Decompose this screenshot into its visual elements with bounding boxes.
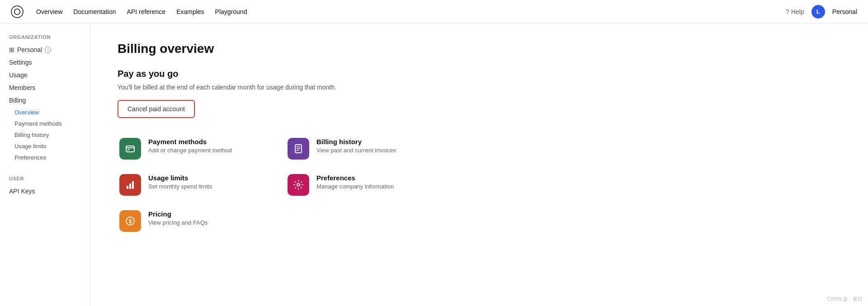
billing-history-icon	[288, 138, 309, 160]
pricing-desc: View pricing and FAQs	[148, 219, 208, 226]
help-circle-icon: ?	[786, 8, 789, 15]
cancel-paid-account-button[interactable]: Cancel paid account	[118, 100, 195, 118]
top-nav: Overview Documentation API reference Exa…	[0, 0, 868, 24]
user-section-label: USER	[0, 176, 90, 181]
members-label: Members	[9, 84, 35, 91]
payment-methods-icon	[119, 138, 141, 160]
user-name[interactable]: Personal	[832, 8, 857, 15]
svg-text:$: $	[129, 218, 132, 225]
card-billing-history[interactable]: Billing history View past and current in…	[286, 136, 443, 161]
sidebar-item-api-keys[interactable]: API Keys	[0, 185, 90, 198]
main-content: Billing overview Pay as you go You'll be…	[90, 24, 524, 306]
svg-rect-5	[129, 184, 131, 189]
pricing-icon: $	[119, 210, 141, 232]
payment-methods-text: Payment methods Add or change payment me…	[148, 138, 232, 154]
info-icon: i	[45, 47, 51, 53]
org-name-label: Personal	[17, 46, 42, 53]
preferences-icon	[288, 174, 309, 196]
nav-link-examples[interactable]: Examples	[176, 6, 204, 17]
settings-label: Settings	[9, 59, 32, 66]
sidebar-item-settings[interactable]: Settings	[0, 56, 90, 69]
top-nav-right: ? Help L Personal	[786, 5, 857, 19]
sidebar-subitem-usage-limits[interactable]: Usage limits	[0, 141, 90, 152]
billing-history-title: Billing history	[316, 138, 396, 146]
svg-rect-4	[127, 186, 128, 189]
pricing-title: Pricing	[148, 210, 208, 218]
preferences-title: Preferences	[316, 174, 394, 182]
payment-methods-desc: Add or change payment method	[148, 147, 232, 154]
top-nav-links: Overview Documentation API reference Exa…	[36, 6, 247, 17]
usage-label: Usage	[9, 71, 27, 79]
svg-point-0	[11, 6, 23, 18]
page-title: Billing overview	[118, 42, 497, 56]
watermark: CSDN @、夏目	[827, 296, 863, 302]
openai-logo	[11, 5, 24, 18]
usage-limits-desc: Set monthly spend limits	[148, 183, 212, 190]
sidebar-subitem-overview[interactable]: Overview	[0, 107, 90, 118]
help-button[interactable]: ? Help	[786, 8, 804, 15]
svg-rect-2	[127, 149, 130, 150]
usage-limits-title: Usage limits	[148, 174, 212, 182]
cards-grid: Payment methods Add or change payment me…	[118, 136, 443, 234]
card-usage-limits[interactable]: Usage limits Set monthly spend limits	[118, 172, 275, 198]
usage-limits-icon	[119, 174, 141, 196]
help-label: Help	[791, 8, 804, 15]
payment-methods-title: Payment methods	[148, 138, 232, 146]
billing-label: Billing	[9, 97, 26, 104]
plan-name: Pay as you go	[118, 69, 497, 79]
card-payment-methods[interactable]: Payment methods Add or change payment me…	[118, 136, 275, 161]
plan-desc: You'll be billed at the end of each cale…	[118, 84, 497, 91]
top-nav-left: Overview Documentation API reference Exa…	[11, 5, 247, 18]
usage-limits-text: Usage limits Set monthly spend limits	[148, 174, 212, 190]
billing-history-desc: View past and current invoices	[316, 147, 396, 154]
user-avatar[interactable]: L	[811, 5, 825, 19]
nav-link-playground[interactable]: Playground	[215, 6, 247, 17]
layout: ORGANIZATION ⊞ Personal i Settings Usage…	[0, 0, 868, 306]
billing-history-text: Billing history View past and current in…	[316, 138, 396, 154]
svg-point-7	[297, 184, 300, 186]
sidebar-subitem-billing-history[interactable]: Billing history	[0, 129, 90, 141]
nav-link-api-reference[interactable]: API reference	[127, 6, 166, 17]
nav-link-overview[interactable]: Overview	[36, 6, 62, 17]
svg-rect-1	[126, 146, 134, 152]
org-icon: ⊞	[9, 46, 14, 53]
svg-rect-6	[132, 181, 134, 189]
card-pricing[interactable]: $ Pricing View pricing and FAQs	[118, 208, 275, 234]
sidebar-item-billing[interactable]: Billing	[0, 94, 90, 107]
sidebar-item-members[interactable]: Members	[0, 81, 90, 94]
card-preferences[interactable]: Preferences Manage company information	[286, 172, 443, 198]
preferences-desc: Manage company information	[316, 183, 394, 190]
sidebar-subitem-preferences[interactable]: Preferences	[0, 152, 90, 163]
org-section-label: ORGANIZATION	[0, 34, 90, 40]
sidebar-subitem-payment-methods[interactable]: Payment methods	[0, 118, 90, 129]
api-keys-label: API Keys	[9, 188, 35, 195]
org-name-item[interactable]: ⊞ Personal i	[0, 43, 90, 56]
sidebar-item-usage[interactable]: Usage	[0, 69, 90, 81]
preferences-text: Preferences Manage company information	[316, 174, 394, 190]
nav-link-documentation[interactable]: Documentation	[73, 6, 116, 17]
pricing-text: Pricing View pricing and FAQs	[148, 210, 208, 226]
sidebar: ORGANIZATION ⊞ Personal i Settings Usage…	[0, 24, 90, 306]
